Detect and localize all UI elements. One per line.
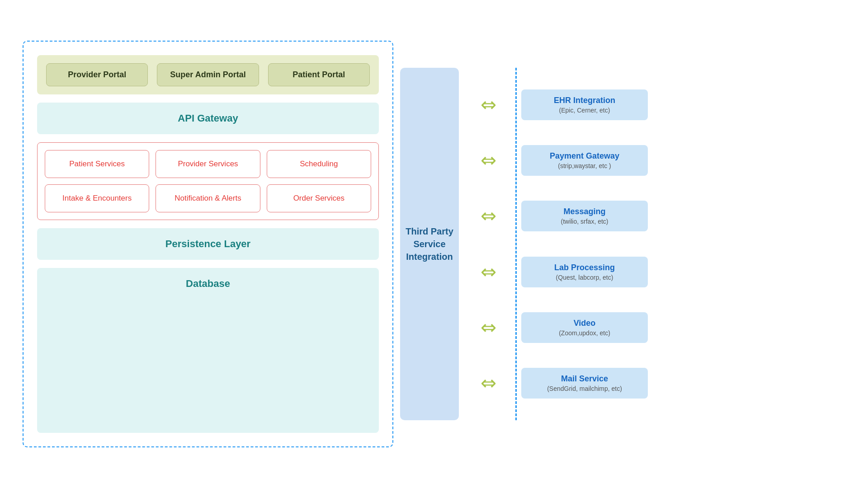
api-gateway-row: API Gateway <box>37 103 379 134</box>
provider-portal-label: Provider Portal <box>68 70 126 79</box>
notification-alerts-box: Notification & Alerts <box>156 184 260 212</box>
super-admin-portal-box: Super Admin Portal <box>157 63 259 86</box>
ehr-integration-title: EHR Integration <box>530 96 639 105</box>
provider-services-label: Provider Services <box>178 160 238 168</box>
ehr-integration-box: EHR Integration (Epic, Cerner, etc) <box>521 89 648 120</box>
intake-encounters-box: Intake & Encounters <box>45 184 149 212</box>
integrations-column: EHR Integration (Epic, Cerner, etc) Paym… <box>521 68 648 420</box>
patient-services-box: Patient Services <box>45 150 149 178</box>
services-row-1: Patient Services Provider Services Sched… <box>45 150 371 178</box>
payment-gateway-title: Payment Gateway <box>530 151 639 161</box>
video-title: Video <box>530 319 639 328</box>
database-label: Database <box>186 278 230 289</box>
mail-service-box: Mail Service (SendGrid, mailchimp, etc) <box>521 368 648 399</box>
lab-processing-title: Lab Processing <box>530 263 639 272</box>
lab-processing-box: Lab Processing (Quest, labcorp, etc) <box>521 257 648 287</box>
patient-services-label: Patient Services <box>69 160 125 168</box>
provider-services-box: Provider Services <box>156 150 260 178</box>
messaging-box: Messaging (twilio, srfax, etc) <box>521 201 648 231</box>
arrow-2: ⇔ <box>481 151 496 170</box>
video-box: Video (Zoom,updox, etc) <box>521 312 648 343</box>
services-section: Patient Services Provider Services Sched… <box>37 142 379 220</box>
main-container: Provider Portal Super Admin Portal Patie… <box>23 41 845 447</box>
third-party-label: Third Party Service Integration <box>406 225 453 263</box>
portal-row: Provider Portal Super Admin Portal Patie… <box>37 55 379 94</box>
left-section: Provider Portal Super Admin Portal Patie… <box>23 41 393 447</box>
scheduling-box: Scheduling <box>267 150 371 178</box>
scheduling-label: Scheduling <box>300 160 338 168</box>
arrow-1: ⇔ <box>481 95 496 114</box>
mail-service-title: Mail Service <box>530 374 639 384</box>
arrow-4: ⇔ <box>481 263 496 282</box>
arrow-5: ⇔ <box>481 318 496 337</box>
api-gateway-label: API Gateway <box>178 113 238 124</box>
persistence-layer-label: Persistence Layer <box>165 238 250 249</box>
third-party-box: Third Party Service Integration <box>400 68 459 420</box>
ehr-integration-sub: (Epic, Cerner, etc) <box>530 107 639 114</box>
messaging-title: Messaging <box>530 207 639 216</box>
notification-alerts-label: Notification & Alerts <box>175 194 241 202</box>
arrows-column: ⇔ ⇔ ⇔ ⇔ ⇔ ⇔ <box>466 68 511 420</box>
payment-gateway-sub: (strip,waystar, etc ) <box>530 162 639 169</box>
provider-portal-box: Provider Portal <box>46 63 148 86</box>
payment-gateway-box: Payment Gateway (strip,waystar, etc ) <box>521 145 648 176</box>
order-services-label: Order Services <box>293 194 344 202</box>
arrow-3: ⇔ <box>481 206 496 225</box>
dashed-divider <box>515 68 517 420</box>
right-area: ⇔ ⇔ ⇔ ⇔ ⇔ ⇔ EHR Integration (Epic, Cerne… <box>466 41 845 447</box>
lab-processing-sub: (Quest, labcorp, etc) <box>530 274 639 281</box>
mail-service-sub: (SendGrid, mailchimp, etc) <box>530 385 639 392</box>
messaging-sub: (twilio, srfax, etc) <box>530 218 639 225</box>
arrow-6: ⇔ <box>481 374 496 393</box>
database-row: Database <box>37 268 379 433</box>
order-services-box: Order Services <box>267 184 371 212</box>
patient-portal-label: Patient Portal <box>292 70 345 79</box>
services-row-2: Intake & Encounters Notification & Alert… <box>45 184 371 212</box>
super-admin-portal-label: Super Admin Portal <box>170 70 245 79</box>
patient-portal-box: Patient Portal <box>268 63 370 86</box>
video-sub: (Zoom,updox, etc) <box>530 329 639 337</box>
middle-section: Third Party Service Integration <box>393 41 466 447</box>
persistence-layer-row: Persistence Layer <box>37 228 379 260</box>
intake-encounters-label: Intake & Encounters <box>62 194 132 202</box>
